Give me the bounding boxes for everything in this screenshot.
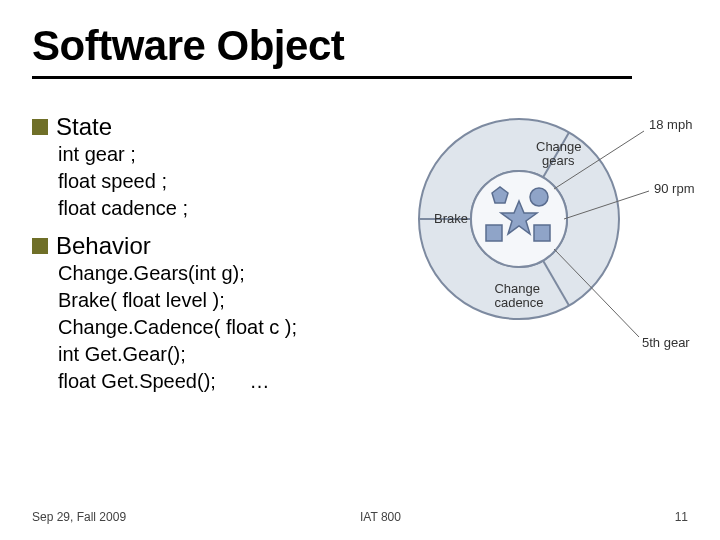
behavior-line: int Get.Gear(); xyxy=(58,341,362,368)
title-rule xyxy=(32,76,632,79)
behavior-heading: Behavior xyxy=(32,232,362,260)
state-line: int gear ; xyxy=(58,141,362,168)
state-heading-text: State xyxy=(56,113,112,141)
diagram-column: Change gears Brake Change cadence 18 mph… xyxy=(374,107,688,395)
bullet-icon xyxy=(32,238,48,254)
behavior-line: Brake( float level ); xyxy=(58,287,362,314)
state-heading: State xyxy=(32,113,362,141)
slide: Software Object State int gear ; float s… xyxy=(0,0,720,540)
behavior-line: Change.Cadence( float c ); xyxy=(58,314,362,341)
footer-course: IAT 800 xyxy=(360,510,612,524)
wedge-label-left: Brake xyxy=(434,211,468,226)
behavior-line-text: float Get.Speed(); xyxy=(58,370,216,392)
footer-date: Sep 29, Fall 2009 xyxy=(0,510,360,524)
slide-title: Software Object xyxy=(32,22,688,70)
object-diagram: Change gears Brake Change cadence 18 mph… xyxy=(374,89,714,369)
ellipsis: … xyxy=(249,368,269,395)
callout-mph: 18 mph xyxy=(649,117,692,132)
state-line: float cadence ; xyxy=(58,195,362,222)
wedge-label-bottom: Change cadence xyxy=(494,281,543,310)
state-line: float speed ; xyxy=(58,168,362,195)
circle-icon xyxy=(530,188,548,206)
text-column: State int gear ; float speed ; float cad… xyxy=(32,107,362,395)
footer-page: 11 xyxy=(612,510,720,524)
callout-rpm: 90 rpm xyxy=(654,181,694,196)
behavior-heading-text: Behavior xyxy=(56,232,151,260)
square-icon xyxy=(534,225,550,241)
behavior-line: float Get.Speed(); … xyxy=(58,368,362,395)
square-icon xyxy=(486,225,502,241)
content-area: State int gear ; float speed ; float cad… xyxy=(32,107,688,395)
footer: Sep 29, Fall 2009 IAT 800 11 xyxy=(0,510,720,524)
bullet-icon xyxy=(32,119,48,135)
behavior-line: Change.Gears(int g); xyxy=(58,260,362,287)
callout-gear: 5th gear xyxy=(642,335,690,350)
